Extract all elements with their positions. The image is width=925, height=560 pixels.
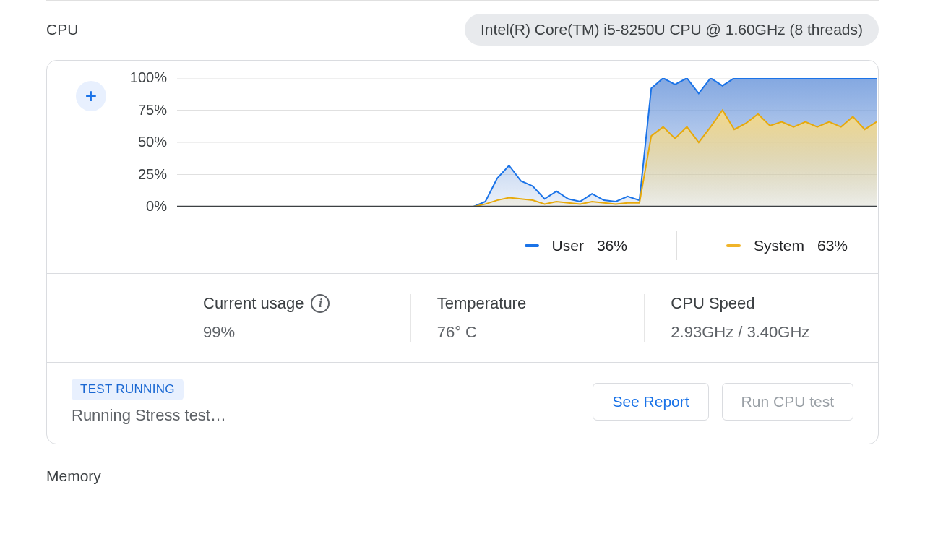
- run-cpu-test-button: Run CPU test: [722, 383, 853, 421]
- status-text: Running Stress test…: [72, 406, 580, 425]
- cpu-model-chip: Intel(R) Core(TM) i5-8250U CPU @ 1.60GHz…: [465, 14, 879, 46]
- info-icon[interactable]: i: [311, 294, 330, 313]
- legend-swatch-system: [726, 244, 741, 247]
- plus-icon: +: [85, 85, 97, 108]
- expand-button[interactable]: +: [76, 81, 106, 111]
- cpu-chart: [177, 78, 877, 207]
- chart-legend: User 36% System 63%: [126, 207, 877, 260]
- legend-value-system: 63%: [817, 237, 848, 254]
- cpu-card: + 100%75%50%25%0% User 36%: [46, 60, 879, 444]
- temperature-label: Temperature: [437, 294, 527, 313]
- see-report-button[interactable]: See Report: [593, 383, 708, 421]
- legend-label-user: User: [552, 237, 584, 254]
- current-usage-value: 99%: [203, 323, 384, 342]
- legend-label-system: System: [754, 237, 804, 254]
- status-badge: TEST RUNNING: [72, 379, 184, 400]
- cpu-speed-value: 2.93GHz / 3.40GHz: [671, 323, 852, 342]
- stats-row: Current usage i 99% Temperature 76° C CP…: [47, 273, 878, 362]
- cpu-speed-label: CPU Speed: [671, 294, 754, 313]
- current-usage-label: Current usage: [203, 294, 304, 313]
- legend-separator: [676, 231, 677, 260]
- cpu-section-title: CPU: [46, 21, 78, 38]
- legend-swatch-user: [525, 244, 539, 247]
- legend-value-user: 36%: [597, 237, 627, 254]
- memory-section-title: Memory: [29, 444, 896, 485]
- chart-y-axis: 100%75%50%25%0%: [126, 78, 177, 207]
- temperature-value: 76° C: [437, 323, 619, 342]
